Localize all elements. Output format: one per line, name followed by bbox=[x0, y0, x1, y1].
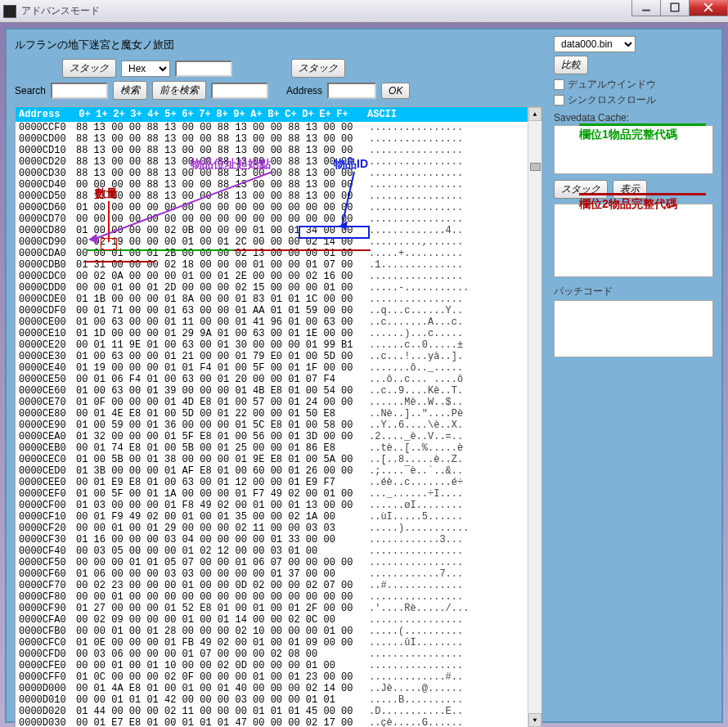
hex-row[interactable]: 0000CF3001 16 00 00 00 03 04 00 00 00 00… bbox=[19, 534, 538, 545]
hex-bytes-cell[interactable]: 01 00 5F 00 01 1A 00 00 00 01 F7 49 02 0… bbox=[76, 488, 354, 500]
maximize-button[interactable] bbox=[660, 0, 690, 16]
hex-bytes-cell[interactable]: 88 13 00 00 88 13 00 00 88 13 00 00 88 1… bbox=[76, 156, 354, 168]
right-stack-button[interactable]: スタック bbox=[554, 180, 608, 199]
hex-row[interactable]: 0000CD8001 00 00 00 00 02 0B 00 00 00 01… bbox=[19, 225, 538, 236]
search-input[interactable] bbox=[51, 83, 108, 99]
hex-bytes-cell[interactable]: 01 00 00 00 00 00 00 00 00 00 00 00 00 0… bbox=[76, 202, 354, 213]
file-select[interactable]: data000.bin bbox=[554, 36, 636, 52]
hex-row[interactable]: 0000D02001 44 00 00 00 02 11 00 00 00 01… bbox=[19, 706, 538, 717]
stack-button-2[interactable]: スタック bbox=[291, 59, 345, 78]
hex-bytes-cell[interactable]: 00 01 11 9E 01 00 63 00 01 30 00 00 00 0… bbox=[76, 339, 354, 351]
hex-bytes-cell[interactable]: 01 00 63 00 01 39 00 00 00 01 4B E8 01 0… bbox=[76, 385, 354, 397]
hex-row[interactable]: 0000CD7000 00 00 00 00 00 00 00 00 00 00… bbox=[19, 213, 538, 225]
hex-row[interactable]: 0000D01000 00 01 01 01 42 00 00 00 03 00… bbox=[19, 694, 538, 706]
hex-bytes-cell[interactable]: 01 3B 00 00 00 01 AF E8 01 00 60 00 01 2… bbox=[76, 465, 354, 477]
hex-row[interactable]: 0000CF5000 00 00 01 01 05 07 00 00 01 06… bbox=[19, 557, 538, 568]
hex-row[interactable]: 0000CEA001 32 00 00 00 01 5F E8 01 00 56… bbox=[19, 431, 538, 442]
hex-bytes-cell[interactable]: 00 00 01 00 01 28 00 00 00 02 10 00 00 0… bbox=[76, 626, 354, 637]
hex-row[interactable]: 0000CED001 3B 00 00 00 01 AF E8 01 00 60… bbox=[19, 465, 538, 477]
hex-bytes-cell[interactable]: 01 16 00 00 00 03 04 00 00 00 00 01 33 0… bbox=[76, 534, 354, 545]
hex-row[interactable]: 0000CD3088 13 00 00 88 13 00 00 88 13 00… bbox=[19, 168, 538, 179]
savedata-textarea[interactable] bbox=[554, 125, 713, 174]
hex-row[interactable]: 0000CEE000 01 E9 E8 01 00 63 00 01 12 00… bbox=[19, 477, 538, 488]
hex-row[interactable]: 0000CE0001 00 63 00 00 01 11 00 00 01 41… bbox=[19, 316, 538, 328]
hex-bytes-cell[interactable]: 88 13 00 00 88 13 00 00 88 13 00 00 88 1… bbox=[76, 145, 354, 156]
dual-window-checkbox[interactable] bbox=[554, 79, 564, 90]
hex-row[interactable]: 0000D03000 01 E7 E8 01 00 01 01 01 47 00… bbox=[19, 717, 538, 727]
toolbar-input-1[interactable] bbox=[175, 61, 232, 77]
stack-button-1[interactable]: スタック bbox=[62, 59, 116, 78]
ok-button[interactable]: OK bbox=[381, 83, 410, 99]
hex-row[interactable]: 0000CF2000 00 01 00 01 29 00 00 00 02 11… bbox=[19, 523, 538, 534]
hex-bytes-cell[interactable]: 00 00 01 00 01 2D 00 00 00 02 15 00 00 0… bbox=[76, 282, 354, 294]
hex-row[interactable]: 0000CE5000 01 06 F4 01 00 63 00 01 20 00… bbox=[19, 374, 538, 385]
hex-bytes-cell[interactable]: 01 1D 00 00 00 01 29 9A 01 00 63 00 01 1… bbox=[76, 328, 354, 339]
hex-row[interactable]: 0000CF0001 03 00 00 00 01 F8 49 02 00 01… bbox=[19, 500, 538, 511]
scroll-up-arrow[interactable]: ▲ bbox=[528, 107, 542, 121]
hex-bytes-cell[interactable]: 01 00 5B 00 01 38 00 00 00 01 9E E8 01 0… bbox=[76, 454, 354, 465]
hex-row[interactable]: 0000CE4001 19 00 00 00 01 01 F4 01 00 5F… bbox=[19, 362, 538, 374]
hex-row[interactable]: 0000CEB000 01 74 E8 01 00 5B 00 01 25 00… bbox=[19, 442, 538, 454]
hex-bytes-cell[interactable]: 00 02 0A 00 00 00 01 00 01 2E 00 00 00 0… bbox=[76, 271, 354, 282]
hex-row[interactable]: 0000CDC000 02 0A 00 00 00 01 00 01 2E 00… bbox=[19, 271, 538, 282]
vertical-scrollbar[interactable]: ▲ ▼ bbox=[528, 107, 542, 727]
hex-row[interactable]: 0000CE7001 0F 00 00 00 01 4D E8 01 00 57… bbox=[19, 397, 538, 408]
hex-row[interactable]: 0000CE1001 1D 00 00 00 01 29 9A 01 00 63… bbox=[19, 328, 538, 339]
hex-row[interactable]: 0000CFA000 02 09 00 00 00 01 00 01 14 00… bbox=[19, 614, 538, 626]
hex-bytes-cell[interactable]: 01 0F 00 00 00 01 4D E8 01 00 57 00 01 2… bbox=[76, 397, 354, 408]
hex-bytes-cell[interactable]: 01 0E 00 00 00 01 FB 49 02 00 01 00 01 0… bbox=[76, 637, 354, 648]
hex-row[interactable]: 0000CFB000 00 01 00 01 28 00 00 00 02 10… bbox=[19, 626, 538, 637]
hex-row[interactable]: 0000CD5088 13 00 00 88 13 00 00 88 13 00… bbox=[19, 191, 538, 202]
hex-bytes-cell[interactable]: 01 32 00 00 00 01 5F E8 01 00 56 00 01 3… bbox=[76, 431, 354, 442]
minimize-button[interactable] bbox=[631, 0, 661, 16]
hex-bytes-cell[interactable]: 00 00 00 00 00 00 00 00 00 00 00 00 00 0… bbox=[76, 213, 354, 225]
hex-bytes-cell[interactable]: 01 27 00 00 00 01 52 E8 01 00 01 00 01 2… bbox=[76, 603, 354, 614]
scroll-down-arrow[interactable]: ▼ bbox=[528, 713, 542, 727]
hex-rows[interactable]: 0000CCF088 13 00 00 88 13 00 00 88 13 00… bbox=[16, 122, 542, 727]
hex-row[interactable]: 0000CFF001 0C 00 00 00 02 0F 00 00 00 01… bbox=[19, 671, 538, 683]
hex-bytes-cell[interactable]: 00 01 E7 E8 01 00 01 01 01 47 00 00 00 0… bbox=[76, 717, 354, 727]
sync-scroll-checkbox[interactable] bbox=[554, 95, 564, 105]
hex-bytes-cell[interactable]: 00 01 4A E8 01 00 01 00 01 40 00 00 00 0… bbox=[76, 683, 354, 694]
hex-bytes-cell[interactable]: 00 01 E9 E8 01 00 63 00 01 12 00 00 01 E… bbox=[76, 477, 354, 488]
hex-row[interactable]: 0000CF9001 27 00 00 00 01 52 E8 01 00 01… bbox=[19, 603, 538, 614]
hex-row[interactable]: 0000CFD000 03 06 00 00 00 01 07 00 00 00… bbox=[19, 648, 538, 660]
sync-scroll-row[interactable]: シンクロスクロール bbox=[554, 93, 713, 107]
hex-bytes-cell[interactable]: 01 03 00 00 00 01 F8 49 02 00 01 00 01 1… bbox=[76, 500, 354, 511]
hex-bytes-cell[interactable]: 00 00 01 00 01 10 00 00 02 0D 00 00 00 0… bbox=[76, 660, 354, 671]
compare-button[interactable]: 比較 bbox=[554, 56, 588, 74]
hex-row[interactable]: 0000CDA000 00 01 00 01 2B 00 00 00 02 13… bbox=[19, 248, 538, 259]
hex-bytes-cell[interactable]: 01 06 00 00 00 03 03 00 00 00 00 01 37 0… bbox=[76, 568, 354, 580]
hex-bytes-cell[interactable]: 88 13 00 00 88 13 00 00 88 13 00 00 88 1… bbox=[76, 133, 354, 145]
hex-bytes-cell[interactable]: 00 02 19 00 00 00 01 00 01 2C 00 00 00 0… bbox=[76, 236, 354, 248]
hex-bytes-cell[interactable]: 01 00 00 00 00 02 0B 00 00 00 01 00 01 3… bbox=[76, 225, 354, 236]
hex-row[interactable]: 0000CD2088 13 00 00 88 13 00 00 88 13 00… bbox=[19, 156, 538, 168]
hex-bytes-cell[interactable]: 00 01 71 00 00 01 63 00 00 01 AA 01 01 5… bbox=[76, 305, 354, 316]
hex-bytes-cell[interactable]: 88 13 00 00 88 13 00 00 88 13 00 00 88 1… bbox=[76, 122, 354, 133]
hex-row[interactable]: 0000CF4000 03 05 00 00 00 01 02 12 00 00… bbox=[19, 545, 538, 557]
hex-bytes-cell[interactable]: 01 19 00 00 00 01 01 F4 01 00 5F 00 01 1… bbox=[76, 362, 354, 374]
hex-bytes-cell[interactable]: 01 00 63 00 00 01 11 00 00 01 41 96 01 0… bbox=[76, 316, 354, 328]
hex-row[interactable]: 0000CF1000 01 F9 49 02 00 01 00 01 35 00… bbox=[19, 511, 538, 523]
hex-bytes-cell[interactable]: 00 00 00 01 01 05 07 00 00 01 06 07 00 0… bbox=[76, 557, 354, 568]
hex-row[interactable]: 0000CE3001 00 63 00 00 01 21 00 00 01 79… bbox=[19, 351, 538, 362]
cache-textarea[interactable] bbox=[554, 204, 713, 277]
toolbar-input-2[interactable] bbox=[211, 83, 268, 99]
hex-bytes-cell[interactable]: 00 00 01 00 01 29 00 00 00 02 11 00 00 0… bbox=[76, 523, 354, 534]
format-select[interactable]: Hex bbox=[121, 61, 170, 77]
hex-bytes-cell[interactable]: 88 13 00 00 88 13 00 00 88 13 00 00 88 1… bbox=[76, 191, 354, 202]
hex-bytes-cell[interactable]: 01 0C 00 00 00 02 0F 00 00 00 01 00 01 2… bbox=[76, 671, 354, 683]
hex-row[interactable]: 0000CE8000 01 4E E8 01 00 5D 00 01 22 00… bbox=[19, 408, 538, 420]
hex-bytes-cell[interactable]: 00 00 00 00 88 13 00 00 88 13 00 00 88 1… bbox=[76, 179, 354, 191]
hex-bytes-cell[interactable]: 00 01 74 E8 01 00 5B 00 01 25 00 00 01 8… bbox=[76, 442, 354, 454]
hex-row[interactable]: 0000CEC001 00 5B 00 01 38 00 00 00 01 9E… bbox=[19, 454, 538, 465]
hex-row[interactable]: 0000CD0088 13 00 00 88 13 00 00 88 13 00… bbox=[19, 133, 538, 145]
hex-bytes-cell[interactable]: 00 00 01 00 01 2B 00 00 00 02 13 00 00 0… bbox=[76, 248, 354, 259]
search-prev-button[interactable]: 前を検索 bbox=[152, 81, 206, 100]
hex-bytes-cell[interactable]: 00 02 09 00 00 00 01 00 01 14 00 00 02 0… bbox=[76, 614, 354, 626]
hex-row[interactable]: 0000D00000 01 4A E8 01 00 01 00 01 40 00… bbox=[19, 683, 538, 694]
hex-bytes-cell[interactable]: 00 01 06 F4 01 00 63 00 01 20 00 00 01 0… bbox=[76, 374, 354, 385]
hex-row[interactable]: 0000CE9001 00 59 00 01 36 00 00 00 01 5C… bbox=[19, 420, 538, 431]
search-button[interactable]: 検索 bbox=[113, 81, 147, 100]
hex-row[interactable]: 0000CDB001 31 00 00 00 02 18 00 00 00 01… bbox=[19, 259, 538, 271]
